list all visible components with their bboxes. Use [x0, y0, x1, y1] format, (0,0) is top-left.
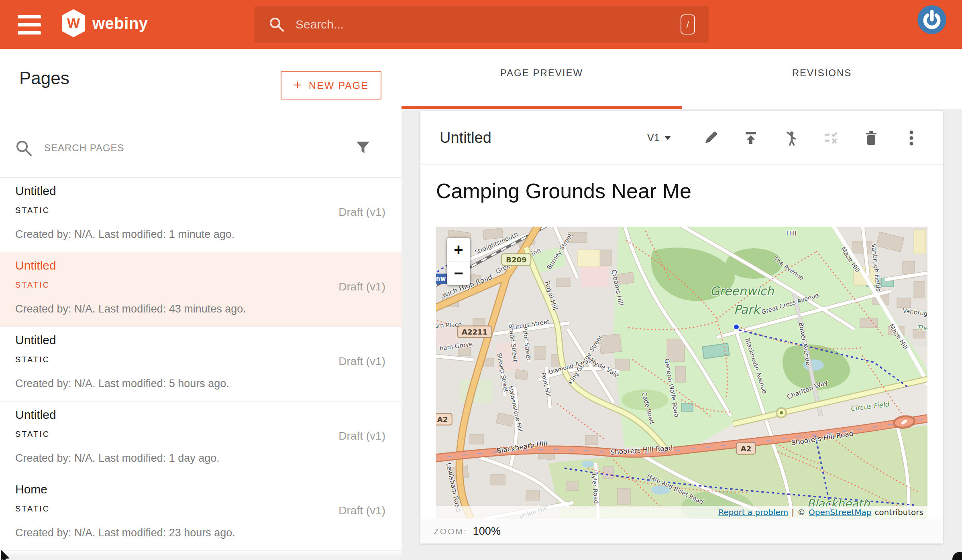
list-overflow-row — [0, 551, 402, 560]
version-dropdown[interactable]: V1 — [647, 111, 671, 164]
page-row-meta: Created by: N/A. Last modified: 1 minute… — [15, 228, 234, 241]
person-raising-arm-icon — [783, 130, 799, 146]
rendered-page-heading: Camping Grounds Near Me — [436, 179, 691, 203]
edit-page-button[interactable] — [702, 129, 719, 147]
user-avatar[interactable] — [917, 5, 946, 34]
webiny-shield-icon: W — [61, 9, 86, 38]
openstreetmap-embed[interactable]: StraightsmouthGreenwich LineBurney Stree… — [436, 227, 927, 519]
slash-shortcut-key: / — [681, 14, 695, 34]
chevron-down-icon — [664, 136, 671, 140]
request-review-button[interactable] — [782, 129, 800, 147]
tab-revisions[interactable]: REVISIONS — [682, 49, 962, 109]
page-row-meta: Created by: N/A. Last modified: 43 minut… — [15, 303, 246, 315]
page-row-type: STATIC — [15, 280, 50, 290]
webiny-logo[interactable]: W webiny — [61, 9, 148, 38]
logo-text: webiny — [92, 14, 148, 32]
table-row[interactable]: Untitled STATIC Draft (v1) Created by: N… — [0, 327, 402, 402]
copyright-symbol: © — [797, 507, 805, 517]
status-badge: Draft (v1) — [338, 430, 385, 442]
page-row-title: Untitled — [15, 408, 56, 422]
table-row[interactable]: Home STATIC Draft (v1) Created by: N/A. … — [0, 476, 402, 551]
filter-icon[interactable] — [355, 140, 371, 156]
page-row-type: STATIC — [15, 430, 50, 439]
status-badge: Draft (v1) — [338, 280, 385, 293]
search-icon — [268, 16, 285, 33]
table-row-selected[interactable]: Untitled STATIC Draft (v1) Created by: N… — [0, 252, 402, 327]
trash-icon — [864, 130, 878, 146]
publish-icon — [743, 130, 758, 146]
map-canvas — [436, 227, 927, 519]
list-check-x-icon — [823, 130, 839, 146]
preview-content-area: Untitled V1 — [402, 109, 962, 560]
attribution-separator: | — [791, 507, 794, 517]
pages-header: Pages + NEW PAGE — [0, 49, 402, 118]
page-preview-card: Untitled V1 — [420, 111, 943, 544]
page-row-title: Home — [15, 483, 47, 496]
zoom-value: 100% — [473, 525, 501, 538]
page-details-panel: PAGE PREVIEW REVISIONS Untitled V1 — [402, 49, 962, 560]
page-row-title: Untitled — [15, 259, 56, 272]
status-badge: Draft (v1) — [338, 355, 385, 368]
status-badge: Draft (v1) — [338, 504, 385, 517]
new-page-button[interactable]: + NEW PAGE — [281, 71, 381, 99]
map-attribution: Report a problem | © OpenStreetMap contr… — [436, 506, 927, 519]
publish-page-button[interactable] — [742, 129, 760, 147]
global-search-input[interactable] — [296, 18, 681, 31]
mouse-cursor — [0, 549, 12, 560]
svg-text:W: W — [67, 15, 80, 30]
page-row-meta: Created by: N/A. Last modified: 23 hours… — [15, 527, 235, 539]
zoom-label: ZOOM: — [434, 527, 467, 536]
plus-icon: + — [293, 77, 302, 93]
status-badge: Draft (v1) — [338, 206, 385, 219]
global-search-bar: / — [255, 6, 709, 43]
more-options-button[interactable] — [903, 129, 920, 147]
page-row-meta: Created by: N/A. Last modified: 1 day ag… — [15, 452, 220, 465]
active-tab-indicator — [402, 106, 682, 109]
delete-page-button[interactable] — [862, 129, 880, 147]
preview-zoom-bar: ZOOM: 100% — [420, 519, 943, 544]
openstreetmap-link[interactable]: OpenStreetMap — [809, 507, 871, 517]
table-row[interactable]: Untitled STATIC Draft (v1) Created by: N… — [0, 402, 402, 476]
map-zoom-control: + − — [447, 238, 470, 285]
search-pages-row — [0, 118, 402, 178]
contributors-text: contributors — [874, 507, 923, 517]
report-problem-link[interactable]: Report a problem — [718, 507, 788, 517]
page-row-type: STATIC — [15, 206, 50, 215]
page-row-title: Untitled — [15, 184, 56, 198]
main-layout: Pages + NEW PAGE Untitled STATIC — [0, 49, 962, 560]
pages-list-panel: Pages + NEW PAGE Untitled STATIC — [0, 49, 402, 560]
search-pages-input[interactable] — [44, 142, 347, 154]
hamburger-menu-icon[interactable] — [18, 15, 41, 34]
page-row-meta: Created by: N/A. Last modified: 5 hours … — [15, 377, 229, 390]
app-root: W webiny / Pages + — [0, 0, 962, 560]
zoom-out-button[interactable]: − — [447, 262, 470, 286]
page-row-title: Untitled — [15, 333, 56, 347]
tab-page-preview[interactable]: PAGE PREVIEW — [402, 49, 682, 109]
page-action-icons — [702, 111, 920, 164]
page-row-type: STATIC — [15, 355, 50, 364]
page-title: Pages — [19, 68, 69, 88]
kebab-menu-icon — [909, 130, 914, 146]
details-tabs: PAGE PREVIEW REVISIONS — [402, 49, 962, 109]
top-bar: W webiny / — [0, 0, 962, 49]
preview-page-title: Untitled — [440, 111, 491, 164]
preview-card-header: Untitled V1 — [420, 111, 943, 164]
search-icon — [14, 139, 33, 157]
requested-changes-button[interactable] — [822, 129, 840, 147]
zoom-in-button[interactable]: + — [447, 238, 470, 262]
pencil-icon — [703, 130, 718, 146]
table-row[interactable]: Untitled STATIC Draft (v1) Created by: N… — [0, 178, 402, 252]
page-row-type: STATIC — [15, 504, 50, 513]
